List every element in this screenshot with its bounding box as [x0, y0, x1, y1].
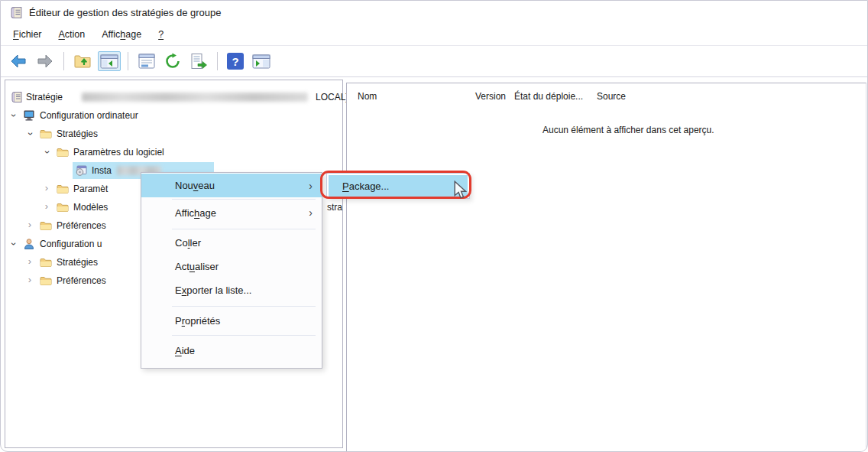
folder-icon	[40, 128, 52, 140]
tree-item-configuration-ordinateur[interactable]: › Configuration ordinateur	[5, 106, 342, 125]
column-header-version[interactable]: Version	[475, 91, 506, 102]
column-header-etat-deploiement[interactable]: État du déploie...	[514, 91, 583, 102]
export-list-button[interactable]	[187, 50, 210, 72]
menu-action[interactable]: Action	[56, 27, 89, 42]
tree-item-policy-root[interactable]: Stratégie LOCAL]	[5, 88, 342, 106]
title-bar: Éditeur de gestion des stratégies de gro…	[1, 1, 867, 24]
nouveau-submenu: Package...	[326, 173, 470, 199]
chevron-expanded-icon[interactable]: ›	[8, 110, 20, 121]
help-button[interactable]: ?	[225, 50, 246, 72]
menu-fichier[interactable]: Fichier	[10, 27, 45, 42]
menu-affichage[interactable]: Affichage	[99, 27, 144, 42]
folder-icon	[57, 201, 69, 213]
folder-icon	[40, 256, 52, 268]
user-icon	[23, 238, 35, 250]
tree-item-label: Stratégies	[57, 257, 98, 268]
tree-item-label: Configuration ordinateur	[40, 110, 138, 121]
redacted-policy-name	[82, 93, 308, 102]
context-menu-item-nouveau[interactable]: Nouveau ›	[141, 174, 322, 197]
chevron-collapsed-icon[interactable]: ›	[41, 182, 52, 194]
up-folder-icon	[73, 52, 92, 70]
tree-item-label: Paramèt	[73, 184, 108, 194]
menu-help[interactable]: ?	[155, 27, 167, 42]
properties-button[interactable]	[135, 50, 158, 72]
menu-separator	[172, 335, 316, 336]
chevron-collapsed-icon[interactable]: ›	[24, 255, 35, 268]
toolbar-separator	[63, 52, 64, 70]
back-button[interactable]	[7, 50, 30, 73]
forward-button[interactable]	[34, 50, 57, 73]
chevron-expanded-icon[interactable]: ›	[8, 239, 20, 249]
context-menu: Nouveau › Affichage › Coller Actualiser …	[141, 172, 322, 369]
up-one-level-button[interactable]	[71, 50, 94, 73]
context-menu-item-affichage[interactable]: Affichage ›	[141, 201, 322, 224]
tree-item-label: Modèles	[73, 202, 108, 213]
tree-item-label: Stratégie	[26, 92, 63, 102]
context-menu-item-exporter-la-liste[interactable]: Exporter la liste...	[141, 279, 322, 301]
submenu-arrow-icon: ›	[309, 206, 313, 219]
details-pane: Nom Version État du déploie... Source Au…	[346, 83, 866, 452]
chevron-expanded-icon[interactable]: ›	[41, 147, 53, 158]
back-arrow-icon	[9, 52, 28, 70]
tree-item-label: Préférences	[57, 220, 106, 231]
folder-icon	[57, 183, 69, 195]
chevron-collapsed-icon[interactable]: ›	[24, 274, 35, 286]
tree-item-label: Préférences	[57, 275, 106, 286]
chevron-collapsed-icon[interactable]: ›	[41, 200, 52, 213]
context-menu-item-actualiser[interactable]: Actualiser	[141, 255, 322, 278]
chevron-expanded-icon[interactable]: ›	[24, 128, 37, 139]
export-list-icon	[189, 53, 208, 70]
gpo-scroll-icon	[11, 91, 23, 103]
column-header-source[interactable]: Source	[597, 91, 626, 102]
menu-separator	[172, 306, 316, 307]
show-action-pane-button[interactable]	[250, 51, 273, 71]
software-installation-icon	[75, 164, 87, 177]
properties-window-icon	[138, 53, 156, 70]
show-console-tree-button[interactable]	[98, 51, 121, 71]
tree-item-label-suffix: LOCAL]	[316, 92, 348, 102]
context-menu-item-proprietes[interactable]: Propriétés	[141, 309, 322, 332]
refresh-icon	[164, 53, 181, 70]
tree-item-label: Stratégies	[57, 128, 98, 139]
chevron-collapsed-icon[interactable]: ›	[24, 219, 35, 231]
submenu-arrow-icon: ›	[309, 180, 313, 192]
gpo-scroll-icon	[10, 6, 23, 19]
folder-icon	[40, 275, 52, 287]
tree-item-overflow-fragment: stra	[327, 202, 342, 213]
tree-item-label: Insta	[92, 165, 112, 176]
menu-separator	[172, 229, 316, 229]
submenu-item-package[interactable]: Package...	[329, 175, 468, 197]
toolbar-separator	[217, 52, 218, 70]
menu-separator	[172, 199, 316, 200]
tree-item-parametres-du-logiciel[interactable]: › Paramètres du logiciel	[5, 143, 342, 161]
toolbar-separator	[128, 52, 128, 70]
help-icon: ?	[227, 53, 244, 70]
menu-bar: Fichier Action Affichage ?	[1, 24, 867, 45]
folder-icon	[40, 219, 52, 232]
context-menu-item-aide[interactable]: Aide	[141, 339, 322, 362]
toolbar: ?	[1, 45, 867, 77]
window-title: Éditeur de gestion des stratégies de gro…	[29, 7, 222, 18]
tree-item-strategies-ordinateur[interactable]: › Stratégies	[5, 125, 342, 143]
tree-item-label: Paramètres du logiciel	[73, 147, 164, 158]
tree-item-label: Configuration u	[40, 239, 102, 249]
console-tree-icon	[100, 54, 118, 69]
empty-list-message: Aucun élément à afficher dans cet aperçu…	[542, 125, 714, 135]
computer-icon	[23, 109, 35, 122]
folder-icon	[57, 146, 69, 158]
context-menu-item-coller[interactable]: Coller	[141, 232, 322, 254]
gpme-window: Éditeur de gestion des stratégies de gro…	[0, 0, 868, 452]
forward-arrow-icon	[36, 52, 54, 70]
column-header-nom[interactable]: Nom	[358, 91, 377, 102]
refresh-button[interactable]	[162, 50, 183, 72]
action-pane-icon	[252, 54, 270, 69]
